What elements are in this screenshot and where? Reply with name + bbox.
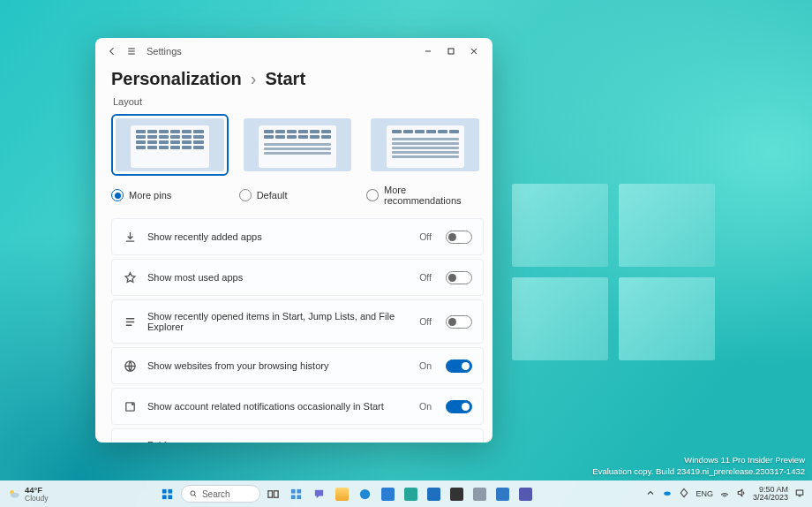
svg-point-3 bbox=[131, 403, 133, 405]
insider-watermark: Windows 11 Pro Insider Preview Evaluatio… bbox=[592, 455, 805, 477]
onedrive-icon[interactable] bbox=[662, 488, 673, 500]
teams-button[interactable] bbox=[516, 484, 536, 503]
setting-label: Show most used apps bbox=[147, 272, 409, 283]
globe-icon bbox=[123, 359, 137, 373]
svg-rect-9 bbox=[169, 495, 173, 499]
svg-rect-7 bbox=[169, 488, 173, 493]
setting-label: Folders These folders appear on Start ne… bbox=[147, 440, 458, 443]
setting-label: Show account related notifications occas… bbox=[147, 401, 409, 412]
svg-point-5 bbox=[11, 493, 19, 498]
svg-rect-11 bbox=[268, 490, 273, 497]
svg-rect-14 bbox=[297, 488, 302, 493]
toggle-state: Off bbox=[419, 231, 432, 242]
toggle-switch[interactable] bbox=[446, 271, 472, 284]
star-icon bbox=[123, 270, 137, 284]
network-icon[interactable] bbox=[719, 488, 730, 500]
toggle-state: Off bbox=[419, 316, 432, 327]
toggle-switch[interactable] bbox=[446, 315, 472, 329]
notification-center-icon[interactable] bbox=[794, 488, 805, 500]
toggle-state: On bbox=[419, 401, 432, 412]
toggle-state: On bbox=[419, 360, 432, 371]
weather-icon bbox=[7, 487, 21, 501]
taskbar-tray: ENG 9:50 AM 3/24/2023 bbox=[645, 486, 805, 503]
language-indicator[interactable]: ENG bbox=[695, 489, 713, 498]
setting-most-used: Show most used apps Off bbox=[111, 259, 484, 296]
toggle-switch[interactable] bbox=[446, 359, 472, 373]
svg-point-18 bbox=[665, 492, 672, 496]
svg-rect-8 bbox=[162, 495, 167, 499]
settings-scroll-area[interactable]: Layout More pins Def bbox=[95, 96, 492, 443]
terminal-button[interactable] bbox=[447, 484, 467, 503]
store-button[interactable] bbox=[379, 484, 398, 503]
radio-icon bbox=[111, 189, 124, 201]
start-button[interactable] bbox=[158, 484, 177, 503]
svg-rect-6 bbox=[162, 488, 167, 493]
toggle-state: Off bbox=[419, 272, 432, 283]
nav-menu-button[interactable] bbox=[122, 42, 141, 61]
taskbar-search[interactable]: Search bbox=[181, 485, 260, 503]
setting-label: Show recently opened items in Start, Jum… bbox=[147, 311, 409, 332]
setting-label: Show recently added apps bbox=[147, 231, 409, 242]
setting-recent-items: Show recently opened items in Start, Jum… bbox=[111, 299, 484, 344]
app-button[interactable] bbox=[493, 484, 513, 503]
windows-logo-wallpaper bbox=[512, 184, 715, 360]
file-explorer-button[interactable] bbox=[333, 484, 352, 503]
svg-point-19 bbox=[724, 496, 725, 497]
layout-options bbox=[111, 114, 484, 176]
layout-option-more-pins[interactable] bbox=[111, 114, 229, 176]
breadcrumb-parent[interactable]: Personalization bbox=[111, 69, 242, 89]
svg-point-10 bbox=[191, 491, 195, 496]
tray-chevron-icon[interactable] bbox=[645, 488, 656, 500]
taskbar-clock[interactable]: 9:50 AM 3/24/2023 bbox=[753, 486, 788, 503]
layout-option-more-recs[interactable] bbox=[366, 114, 484, 176]
window-title-bar: Settings bbox=[95, 38, 492, 64]
svg-rect-0 bbox=[448, 49, 454, 54]
svg-rect-15 bbox=[291, 495, 296, 499]
setting-label: Show websites from your browsing history bbox=[147, 360, 409, 371]
back-button[interactable] bbox=[102, 42, 122, 61]
edge-button[interactable] bbox=[356, 484, 375, 503]
toggle-switch[interactable] bbox=[446, 231, 472, 244]
taskbar-center: Search bbox=[48, 484, 645, 503]
svg-rect-12 bbox=[274, 490, 279, 497]
svg-rect-16 bbox=[297, 495, 302, 499]
app-button[interactable] bbox=[470, 484, 490, 503]
breadcrumb-current: Start bbox=[265, 69, 305, 89]
setting-recently-added: Show recently added apps Off bbox=[111, 218, 484, 255]
volume-icon[interactable] bbox=[736, 488, 747, 500]
breadcrumb: Personalization › Start bbox=[95, 64, 492, 96]
task-view-button[interactable] bbox=[264, 484, 283, 503]
setting-websites: Show websites from your browsing history… bbox=[111, 347, 484, 384]
close-button[interactable] bbox=[462, 40, 485, 63]
maximize-button[interactable] bbox=[440, 40, 462, 63]
photos-button[interactable] bbox=[402, 484, 421, 503]
location-icon[interactable] bbox=[679, 488, 689, 500]
list-icon bbox=[123, 314, 137, 329]
radio-more-recs[interactable]: More recommendations bbox=[366, 185, 484, 206]
radio-icon bbox=[239, 189, 252, 201]
radio-default[interactable]: Default bbox=[239, 185, 357, 206]
toggle-switch[interactable] bbox=[446, 400, 472, 413]
taskbar-weather[interactable]: 44°F Cloudy bbox=[7, 486, 48, 502]
breadcrumb-separator: › bbox=[251, 69, 257, 89]
setting-folders[interactable]: Folders These folders appear on Start ne… bbox=[111, 428, 484, 443]
minimize-button[interactable] bbox=[417, 40, 440, 63]
layout-heading: Layout bbox=[113, 96, 484, 107]
settings-window: Settings Personalization › Start Layout bbox=[95, 38, 492, 443]
mail-button[interactable] bbox=[425, 484, 444, 503]
setting-account-notifications: Show account related notifications occas… bbox=[111, 388, 484, 425]
svg-rect-13 bbox=[291, 488, 296, 493]
svg-rect-20 bbox=[796, 490, 803, 495]
app-title: Settings bbox=[147, 46, 182, 57]
notify-icon bbox=[123, 399, 137, 413]
layout-option-default[interactable] bbox=[239, 114, 357, 176]
widgets-button[interactable] bbox=[287, 484, 306, 503]
layout-radio-row: More pins Default More recommendations bbox=[111, 185, 484, 206]
chat-button[interactable] bbox=[310, 484, 329, 503]
radio-more-pins[interactable]: More pins bbox=[111, 185, 229, 206]
taskbar: 44°F Cloudy Search ENG 9:50 AM 3/24/2023 bbox=[0, 481, 812, 507]
download-icon bbox=[123, 230, 137, 244]
svg-point-17 bbox=[360, 488, 370, 498]
radio-icon bbox=[366, 189, 379, 201]
